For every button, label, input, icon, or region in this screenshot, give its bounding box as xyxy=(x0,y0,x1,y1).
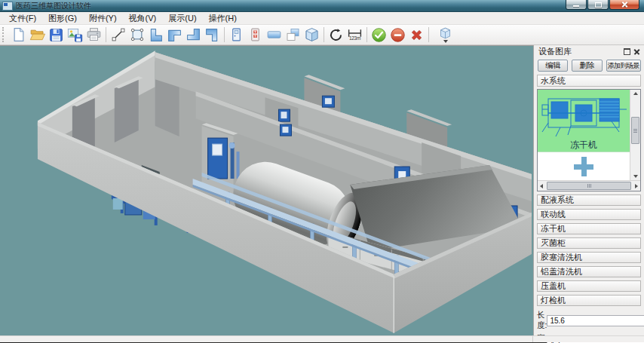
menu-attachments[interactable]: 附件(Y) xyxy=(83,12,123,25)
polygon-tool-button[interactable] xyxy=(127,26,146,44)
menu-graphics[interactable]: 图形(G) xyxy=(42,12,83,25)
confirm-button[interactable] xyxy=(370,26,388,44)
minimize-button[interactable] xyxy=(566,0,587,10)
close-icon xyxy=(621,2,628,8)
horizontal-scroll-thumb[interactable] xyxy=(547,182,631,190)
door-button[interactable] xyxy=(227,26,246,44)
export-image-icon xyxy=(67,27,83,42)
menu-bar: 文件(F) 图形(G) 附件(Y) 视角(V) 展示(U) 操作(H) xyxy=(0,12,644,25)
print-button[interactable] xyxy=(84,26,103,44)
toolbar-grip[interactable] xyxy=(2,27,8,42)
corner-wall-4-button[interactable] xyxy=(203,26,222,44)
menu-file[interactable]: 文件(F) xyxy=(3,12,42,25)
measure-distance-button[interactable]: 123m xyxy=(345,26,364,44)
equipment-library-panel: 设备图库 编辑 删除 添加到场景 水系统 xyxy=(533,45,644,335)
overlap-squares-button[interactable] xyxy=(284,26,302,44)
corner-wall-4-icon xyxy=(204,27,220,43)
app-icon xyxy=(2,2,13,11)
factory-3d-scene xyxy=(0,46,533,336)
remove-button[interactable] xyxy=(388,26,407,44)
view-mode-button[interactable] xyxy=(431,26,458,44)
cube-3d-button[interactable] xyxy=(302,26,321,44)
close-panel-button[interactable] xyxy=(633,47,641,56)
save-button[interactable] xyxy=(47,26,66,44)
cube-3d-icon xyxy=(304,27,320,42)
save-icon xyxy=(49,28,63,42)
minimize-icon xyxy=(573,5,579,7)
edit-button[interactable]: 编辑 xyxy=(538,60,568,72)
length-input[interactable] xyxy=(547,315,644,326)
corner-wall-3-button[interactable] xyxy=(184,26,203,44)
polygon-tool-icon xyxy=(130,27,145,42)
freeze-dryer-thumbnail xyxy=(538,90,630,139)
corner-wall-3-icon xyxy=(186,27,201,43)
cancel-button[interactable] xyxy=(407,26,426,44)
blue-door-large xyxy=(208,138,228,179)
delete-button[interactable]: 删除 xyxy=(572,60,602,72)
menu-operation[interactable]: 操作(H) xyxy=(203,12,243,25)
toolbar-separator xyxy=(224,27,225,42)
section-capping-machine[interactable]: 压盖机 xyxy=(537,280,641,292)
corner-wall-2-icon xyxy=(167,27,182,43)
menu-view-angle[interactable]: 视角(V) xyxy=(123,12,163,25)
library-add-item[interactable] xyxy=(538,152,630,180)
open-folder-button[interactable] xyxy=(28,26,47,44)
corner-wall-1-button[interactable] xyxy=(146,26,165,44)
measure-label: 123m xyxy=(349,36,360,41)
safety-exit-door-icon xyxy=(248,27,262,42)
section-liquid-preparation[interactable]: 配液系统 xyxy=(537,194,641,206)
overlap-squares-icon xyxy=(285,27,301,42)
rotate-view-icon xyxy=(328,27,344,43)
title-bar: 医药三维草图设计软件 xyxy=(0,0,644,12)
float-window-icon xyxy=(624,48,630,55)
section-linkage-line[interactable]: 联动线 xyxy=(537,209,641,220)
line-tool-icon xyxy=(111,27,126,42)
toolbar-separator xyxy=(106,27,106,42)
library-item-label: 冻干机 xyxy=(538,139,630,152)
library-item-freeze-dryer[interactable]: 冻干机 xyxy=(538,90,630,152)
section-cap-washer[interactable]: 铝盖清洗机 xyxy=(537,266,641,277)
window-panel-button[interactable] xyxy=(265,26,284,44)
category-water-system[interactable]: 水系统 xyxy=(537,75,641,87)
door-icon xyxy=(229,27,244,42)
export-image-button[interactable] xyxy=(66,26,84,44)
library-listbox: 冻干机 xyxy=(537,89,641,191)
cad-drawing xyxy=(538,90,630,138)
safety-exit-door-button[interactable] xyxy=(246,26,265,44)
close-panel-icon xyxy=(634,49,639,54)
toolbar-separator xyxy=(324,27,324,42)
cancel-x-icon xyxy=(409,27,425,43)
new-document-icon xyxy=(11,27,26,42)
maximize-button[interactable] xyxy=(587,0,609,10)
plus-icon xyxy=(574,157,593,176)
panel-header: 设备图库 xyxy=(534,45,644,57)
toolbar-separator xyxy=(428,27,429,42)
section-freeze-dryer[interactable]: 冻干机 xyxy=(537,223,641,234)
new-document-button[interactable] xyxy=(9,26,28,44)
open-folder-icon xyxy=(29,27,45,42)
corner-wall-1-icon xyxy=(148,27,164,43)
scroll-down-icon xyxy=(633,175,638,178)
line-tool-button[interactable] xyxy=(109,26,127,44)
viewport-3d[interactable] xyxy=(0,45,533,335)
toolbar-separator xyxy=(366,27,367,42)
close-button[interactable] xyxy=(609,0,639,10)
vertical-scroll-thumb[interactable] xyxy=(631,117,639,144)
section-stopper-washer[interactable]: 胶塞清洗机 xyxy=(537,252,641,263)
horizontal-scrollbar[interactable] xyxy=(538,180,640,191)
print-icon xyxy=(86,27,102,42)
toolbar: 123m xyxy=(0,25,644,45)
menu-display[interactable]: 展示(U) xyxy=(162,12,202,25)
section-sterilizer[interactable]: 灭菌柜 xyxy=(537,237,641,249)
view-mode-cube-icon xyxy=(438,26,452,40)
vertical-scrollbar[interactable] xyxy=(630,90,640,180)
status-bar xyxy=(0,335,644,342)
panel-title: 设备图库 xyxy=(538,46,621,57)
scroll-left-icon xyxy=(540,184,543,188)
length-label: 长度: xyxy=(537,310,547,331)
float-panel-button[interactable] xyxy=(623,47,631,56)
corner-wall-2-button[interactable] xyxy=(165,26,184,44)
section-light-inspector[interactable]: 灯检机 xyxy=(537,295,641,306)
add-to-scene-button[interactable]: 添加到场景 xyxy=(606,60,642,72)
rotate-view-button[interactable] xyxy=(327,26,345,44)
